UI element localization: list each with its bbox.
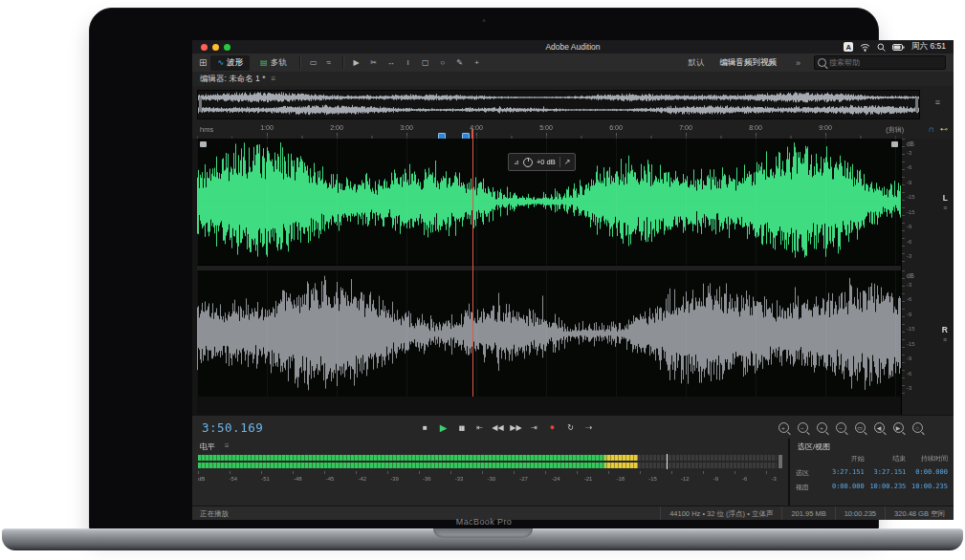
macos-menubar: Adobe Audition A 周六 6:51: [192, 40, 954, 54]
grid-lines: [197, 270, 901, 397]
pause[interactable]: ▮▮: [453, 420, 470, 436]
selection-view-title: 选区/视图: [798, 442, 830, 452]
page: Adobe Audition A 周六 6:51 ⊞ ∿ 波形 ▤: [0, 0, 965, 560]
time-selection-tool[interactable]: I: [401, 55, 416, 70]
gain-value[interactable]: +0 dB: [537, 158, 556, 166]
level-scale-numbers: dB -54-51-48-45-42-39-36-33-30-27-24-21-…: [198, 476, 777, 482]
time-display-toggle[interactable]: ▭: [306, 55, 321, 70]
menubar-status-icons: A 周六 6:51: [844, 41, 946, 53]
playhead-line[interactable]: [472, 139, 473, 397]
fader-icon: ⊿: [514, 159, 519, 166]
skip-to-end[interactable]: ⇥: [526, 420, 542, 436]
editor-tab-title[interactable]: 编辑器: 未命名 1 *: [200, 74, 265, 85]
channel-menu-icon[interactable]: ≡: [943, 205, 948, 211]
search-icon: [818, 58, 826, 67]
peak-indicator: [667, 462, 668, 469]
timeline-ruler[interactable]: hms 1:002:003:004:005:006:007:008:009:00…: [192, 121, 954, 140]
clip-indicator[interactable]: [779, 455, 782, 468]
gain-hud[interactable]: ⊿ +0 dB ↗: [508, 153, 576, 171]
panel-menu-icon[interactable]: ≡: [271, 75, 275, 83]
record[interactable]: ●: [544, 420, 560, 436]
col-end: 结束: [865, 454, 907, 463]
gain-knob-icon[interactable]: [523, 158, 533, 167]
webcam: [483, 19, 486, 22]
zoom-out-time[interactable]: −: [795, 420, 810, 435]
channel-selector-chip-right[interactable]: [891, 141, 898, 147]
selection-end[interactable]: 3:27.151: [865, 468, 907, 478]
selection-start[interactable]: 3:27.151: [822, 468, 865, 478]
spectral-display-toggle[interactable]: ≈: [321, 55, 337, 70]
zoom-in-time[interactable]: +: [776, 420, 791, 435]
toolbar-right: 默认 编辑音频到视频 »: [688, 55, 954, 70]
zoom-buttons: +−+−▭◀▶○: [776, 416, 925, 440]
editor-panel-header[interactable]: 编辑器: 未命名 1 * ≡: [192, 72, 954, 87]
time-display[interactable]: 3:50.169: [202, 420, 263, 435]
amplitude-ruler[interactable]: dB -3-6-9-15-15-9-6-3 L ≡ dB -3-6-9-15-1…: [901, 139, 954, 415]
waveform-mode-icon: ∿: [217, 58, 224, 67]
workspace-grid-icon[interactable]: ⊞: [199, 57, 207, 68]
overview-left-handle[interactable]: [199, 97, 202, 112]
slip-tool[interactable]: ↔: [384, 55, 399, 70]
zoom-in-amplitude[interactable]: +: [814, 420, 829, 435]
col-duration: 持续时间: [906, 454, 948, 463]
right-channel-lane[interactable]: [197, 270, 901, 397]
zoom-selection-out-point[interactable]: ▶: [890, 420, 906, 435]
razor-tool[interactable]: ✂: [366, 55, 382, 70]
skip-to-start[interactable]: ⇤: [472, 420, 488, 436]
level-meter-segments: [198, 463, 777, 468]
multitrack-mode-label: 多轨: [271, 57, 287, 69]
wifi-icon[interactable]: [860, 43, 870, 52]
audition-toolbar: ⊞ ∿ 波形 ▤ 多轨 ▭≈ ▶✂↔I▢○✎+ 默认 编辑音频到视频 »: [192, 54, 954, 73]
rewind[interactable]: ◀◀: [490, 420, 506, 436]
overview-waveform-canvas[interactable]: [198, 91, 919, 117]
stop[interactable]: ■: [417, 420, 433, 436]
playhead-handle[interactable]: [472, 129, 473, 139]
level-meter-top[interactable]: [198, 455, 777, 461]
key-icon[interactable]: ⊷: [940, 125, 948, 134]
left-channel-tag[interactable]: L ≡: [943, 193, 948, 211]
monitor-icon[interactable]: ∩: [929, 124, 935, 134]
waveform-view[interactable]: ⊿ +0 dB ↗: [197, 139, 901, 415]
level-meter-bottom[interactable]: [198, 463, 777, 468]
move-tool[interactable]: ▶: [349, 55, 364, 70]
transport-buttons: ■▶▮▮⇤◀◀▶▶⇥●↻⇢: [417, 416, 597, 440]
waveform-mode-button[interactable]: ∿ 波形: [210, 55, 250, 71]
zoom-out-full[interactable]: ○: [910, 420, 925, 435]
search-help-input[interactable]: [814, 55, 946, 70]
view-start[interactable]: 0:00.000: [822, 483, 865, 492]
zoom-to-selection[interactable]: ▭: [852, 420, 867, 435]
workspace-overflow-button[interactable]: »: [796, 58, 801, 68]
fast-forward[interactable]: ▶▶: [508, 420, 524, 436]
lasso-selection-tool[interactable]: ○: [435, 55, 450, 70]
view-duration[interactable]: 10:00.235: [906, 483, 948, 492]
channel-selector-chip-left[interactable]: [200, 141, 207, 147]
pin-icon[interactable]: ↗: [564, 158, 571, 166]
menubar-clock[interactable]: 周六 6:51: [911, 41, 946, 53]
channel-menu-icon[interactable]: ≡: [942, 336, 948, 343]
skip-selection[interactable]: ⇢: [581, 420, 597, 436]
view-end[interactable]: 10:00.235: [865, 483, 907, 492]
paintbrush-selection-tool[interactable]: ✎: [452, 55, 468, 70]
play[interactable]: ▶: [435, 420, 451, 436]
overview-waveform[interactable]: [197, 90, 920, 119]
spot-healing-brush-tool[interactable]: +: [470, 55, 485, 70]
zoom-selection-in-point[interactable]: ◀: [871, 420, 887, 435]
battery-icon[interactable]: [892, 44, 905, 51]
amplitude-scale: -3-6-9-15-15-9-6-3: [907, 282, 915, 391]
input-source-icon[interactable]: A: [844, 42, 853, 52]
level-meter-segments: [198, 455, 777, 461]
marquee-selection-tool[interactable]: ▢: [418, 55, 433, 70]
selection-duration[interactable]: 0:00.000: [906, 468, 948, 478]
spotlight-icon[interactable]: [877, 43, 886, 52]
multitrack-mode-button[interactable]: ▤ 多轨: [253, 55, 294, 71]
zoom-out-amplitude[interactable]: −: [833, 420, 848, 435]
workspace-edit-av-button[interactable]: 编辑音频到视频: [719, 57, 777, 69]
right-channel-tag[interactable]: R ≡: [942, 325, 948, 343]
workspace-default-button[interactable]: 默认: [688, 57, 704, 69]
panel-menu-icon[interactable]: ≡: [225, 442, 230, 450]
loop[interactable]: ↻: [562, 420, 579, 436]
db-unit-label: dB: [907, 272, 914, 279]
transport-bar: 3:50.169 ■▶▮▮⇤◀◀▶▶⇥●↻⇢ +−+−▭◀▶○: [192, 415, 954, 440]
overview-right-handle[interactable]: [915, 97, 918, 112]
overview-menu-icon[interactable]: ≡: [935, 97, 940, 107]
